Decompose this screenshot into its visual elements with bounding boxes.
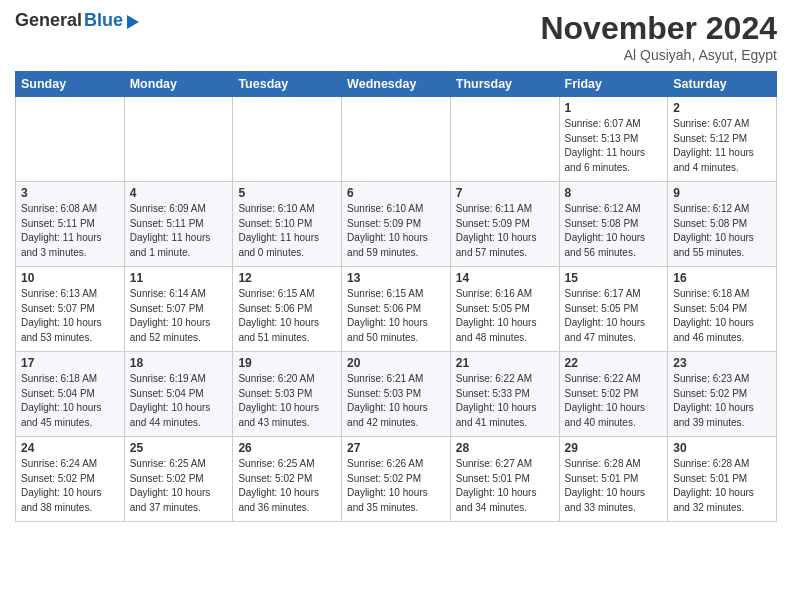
calendar-week-row: 1Sunrise: 6:07 AM Sunset: 5:13 PM Daylig…: [16, 97, 777, 182]
calendar-cell: 19Sunrise: 6:20 AM Sunset: 5:03 PM Dayli…: [233, 352, 342, 437]
cell-info: Sunrise: 6:28 AM Sunset: 5:01 PM Dayligh…: [565, 457, 663, 515]
location: Al Qusiyah, Asyut, Egypt: [540, 47, 777, 63]
day-number: 13: [347, 271, 445, 285]
calendar-cell: 15Sunrise: 6:17 AM Sunset: 5:05 PM Dayli…: [559, 267, 668, 352]
calendar-cell: 3Sunrise: 6:08 AM Sunset: 5:11 PM Daylig…: [16, 182, 125, 267]
calendar-cell: 22Sunrise: 6:22 AM Sunset: 5:02 PM Dayli…: [559, 352, 668, 437]
cell-info: Sunrise: 6:22 AM Sunset: 5:02 PM Dayligh…: [565, 372, 663, 430]
calendar-cell: 10Sunrise: 6:13 AM Sunset: 5:07 PM Dayli…: [16, 267, 125, 352]
day-number: 12: [238, 271, 336, 285]
cell-info: Sunrise: 6:18 AM Sunset: 5:04 PM Dayligh…: [673, 287, 771, 345]
day-number: 9: [673, 186, 771, 200]
calendar-cell: 5Sunrise: 6:10 AM Sunset: 5:10 PM Daylig…: [233, 182, 342, 267]
weekday-header: Monday: [124, 72, 233, 97]
cell-info: Sunrise: 6:20 AM Sunset: 5:03 PM Dayligh…: [238, 372, 336, 430]
day-number: 23: [673, 356, 771, 370]
header: General Blue November 2024 Al Qusiyah, A…: [15, 10, 777, 63]
calendar-cell: 24Sunrise: 6:24 AM Sunset: 5:02 PM Dayli…: [16, 437, 125, 522]
logo-general-text: General: [15, 10, 82, 31]
day-number: 17: [21, 356, 119, 370]
day-number: 8: [565, 186, 663, 200]
cell-info: Sunrise: 6:27 AM Sunset: 5:01 PM Dayligh…: [456, 457, 554, 515]
calendar-cell: 17Sunrise: 6:18 AM Sunset: 5:04 PM Dayli…: [16, 352, 125, 437]
day-number: 24: [21, 441, 119, 455]
cell-info: Sunrise: 6:10 AM Sunset: 5:10 PM Dayligh…: [238, 202, 336, 260]
cell-info: Sunrise: 6:07 AM Sunset: 5:12 PM Dayligh…: [673, 117, 771, 175]
calendar-table: SundayMondayTuesdayWednesdayThursdayFrid…: [15, 71, 777, 522]
day-number: 20: [347, 356, 445, 370]
cell-info: Sunrise: 6:25 AM Sunset: 5:02 PM Dayligh…: [238, 457, 336, 515]
day-number: 22: [565, 356, 663, 370]
calendar-cell: 13Sunrise: 6:15 AM Sunset: 5:06 PM Dayli…: [342, 267, 451, 352]
title-block: November 2024 Al Qusiyah, Asyut, Egypt: [540, 10, 777, 63]
day-number: 15: [565, 271, 663, 285]
calendar-cell: 1Sunrise: 6:07 AM Sunset: 5:13 PM Daylig…: [559, 97, 668, 182]
calendar-cell: 18Sunrise: 6:19 AM Sunset: 5:04 PM Dayli…: [124, 352, 233, 437]
calendar-week-row: 10Sunrise: 6:13 AM Sunset: 5:07 PM Dayli…: [16, 267, 777, 352]
day-number: 3: [21, 186, 119, 200]
calendar-week-row: 24Sunrise: 6:24 AM Sunset: 5:02 PM Dayli…: [16, 437, 777, 522]
cell-info: Sunrise: 6:22 AM Sunset: 5:33 PM Dayligh…: [456, 372, 554, 430]
logo: General Blue: [15, 10, 139, 31]
cell-info: Sunrise: 6:15 AM Sunset: 5:06 PM Dayligh…: [347, 287, 445, 345]
day-number: 4: [130, 186, 228, 200]
day-number: 18: [130, 356, 228, 370]
logo-arrow-icon: [127, 15, 139, 29]
day-number: 21: [456, 356, 554, 370]
calendar-cell: 6Sunrise: 6:10 AM Sunset: 5:09 PM Daylig…: [342, 182, 451, 267]
day-number: 27: [347, 441, 445, 455]
logo-blue-text: Blue: [84, 10, 123, 31]
calendar-cell: 25Sunrise: 6:25 AM Sunset: 5:02 PM Dayli…: [124, 437, 233, 522]
cell-info: Sunrise: 6:07 AM Sunset: 5:13 PM Dayligh…: [565, 117, 663, 175]
cell-info: Sunrise: 6:10 AM Sunset: 5:09 PM Dayligh…: [347, 202, 445, 260]
cell-info: Sunrise: 6:18 AM Sunset: 5:04 PM Dayligh…: [21, 372, 119, 430]
day-number: 28: [456, 441, 554, 455]
day-number: 5: [238, 186, 336, 200]
cell-info: Sunrise: 6:14 AM Sunset: 5:07 PM Dayligh…: [130, 287, 228, 345]
cell-info: Sunrise: 6:08 AM Sunset: 5:11 PM Dayligh…: [21, 202, 119, 260]
cell-info: Sunrise: 6:21 AM Sunset: 5:03 PM Dayligh…: [347, 372, 445, 430]
day-number: 2: [673, 101, 771, 115]
weekday-header: Tuesday: [233, 72, 342, 97]
cell-info: Sunrise: 6:16 AM Sunset: 5:05 PM Dayligh…: [456, 287, 554, 345]
day-number: 6: [347, 186, 445, 200]
weekday-header: Friday: [559, 72, 668, 97]
calendar-cell: [233, 97, 342, 182]
calendar-cell: [16, 97, 125, 182]
calendar-cell: 7Sunrise: 6:11 AM Sunset: 5:09 PM Daylig…: [450, 182, 559, 267]
day-number: 26: [238, 441, 336, 455]
calendar-cell: 21Sunrise: 6:22 AM Sunset: 5:33 PM Dayli…: [450, 352, 559, 437]
weekday-header: Sunday: [16, 72, 125, 97]
day-number: 14: [456, 271, 554, 285]
cell-info: Sunrise: 6:25 AM Sunset: 5:02 PM Dayligh…: [130, 457, 228, 515]
calendar-week-row: 3Sunrise: 6:08 AM Sunset: 5:11 PM Daylig…: [16, 182, 777, 267]
cell-info: Sunrise: 6:17 AM Sunset: 5:05 PM Dayligh…: [565, 287, 663, 345]
weekday-header: Wednesday: [342, 72, 451, 97]
calendar-cell: 20Sunrise: 6:21 AM Sunset: 5:03 PM Dayli…: [342, 352, 451, 437]
cell-info: Sunrise: 6:28 AM Sunset: 5:01 PM Dayligh…: [673, 457, 771, 515]
weekday-header: Saturday: [668, 72, 777, 97]
calendar-cell: [124, 97, 233, 182]
cell-info: Sunrise: 6:19 AM Sunset: 5:04 PM Dayligh…: [130, 372, 228, 430]
day-number: 7: [456, 186, 554, 200]
cell-info: Sunrise: 6:12 AM Sunset: 5:08 PM Dayligh…: [565, 202, 663, 260]
weekday-header: Thursday: [450, 72, 559, 97]
cell-info: Sunrise: 6:26 AM Sunset: 5:02 PM Dayligh…: [347, 457, 445, 515]
day-number: 10: [21, 271, 119, 285]
cell-info: Sunrise: 6:24 AM Sunset: 5:02 PM Dayligh…: [21, 457, 119, 515]
cell-info: Sunrise: 6:11 AM Sunset: 5:09 PM Dayligh…: [456, 202, 554, 260]
day-number: 1: [565, 101, 663, 115]
day-number: 11: [130, 271, 228, 285]
day-number: 30: [673, 441, 771, 455]
page: General Blue November 2024 Al Qusiyah, A…: [0, 0, 792, 532]
calendar-cell: 29Sunrise: 6:28 AM Sunset: 5:01 PM Dayli…: [559, 437, 668, 522]
calendar-cell: 16Sunrise: 6:18 AM Sunset: 5:04 PM Dayli…: [668, 267, 777, 352]
calendar-cell: 8Sunrise: 6:12 AM Sunset: 5:08 PM Daylig…: [559, 182, 668, 267]
calendar-cell: [342, 97, 451, 182]
day-number: 19: [238, 356, 336, 370]
calendar-cell: [450, 97, 559, 182]
calendar-cell: 4Sunrise: 6:09 AM Sunset: 5:11 PM Daylig…: [124, 182, 233, 267]
calendar-cell: 28Sunrise: 6:27 AM Sunset: 5:01 PM Dayli…: [450, 437, 559, 522]
calendar-cell: 12Sunrise: 6:15 AM Sunset: 5:06 PM Dayli…: [233, 267, 342, 352]
cell-info: Sunrise: 6:09 AM Sunset: 5:11 PM Dayligh…: [130, 202, 228, 260]
